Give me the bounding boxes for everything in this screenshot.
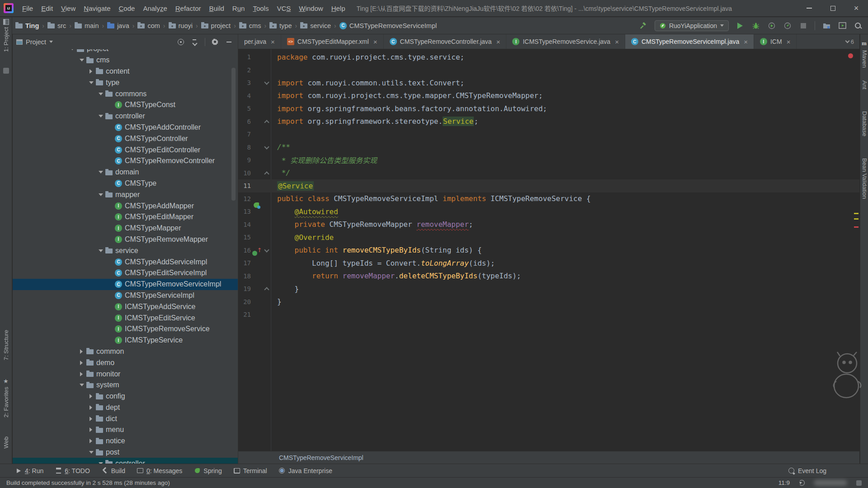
code-line[interactable]: 16↑ public int removeCMSTypeByIds(String… xyxy=(238,244,859,257)
menu-refactor[interactable]: Refactor xyxy=(171,5,205,12)
tab-close-icon[interactable]: × xyxy=(787,38,791,46)
menu-analyze[interactable]: Analyze xyxy=(139,5,171,12)
editor-tab-cmstyperemoveserviceimpl-java[interactable]: CCMSTypeRemoveServiceImpl.java× xyxy=(625,34,754,49)
implements-method-gutter-icon[interactable]: ↑ xyxy=(251,247,263,253)
maximize-button[interactable] xyxy=(821,0,844,16)
tree-item-domain[interactable]: domain xyxy=(13,167,238,178)
hide-panel-button[interactable] xyxy=(225,38,233,46)
code-line[interactable]: 13 @Autowired xyxy=(238,205,859,218)
tree-item-cmstyperemoveserviceimpl[interactable]: CCMSTypeRemoveServiceImpl xyxy=(13,279,238,290)
tree-expand-icon[interactable] xyxy=(77,381,86,389)
tree-collapse-icon[interactable] xyxy=(86,69,96,74)
editor-tab-icm[interactable]: IICM× xyxy=(754,34,797,49)
tree-item-menu[interactable]: menu xyxy=(13,424,238,436)
project-panel-title[interactable]: Project xyxy=(26,38,46,46)
tree-item-cmstypeeditcontroller[interactable]: CCMSTypeEditController xyxy=(13,144,238,155)
debug-button[interactable] xyxy=(751,21,760,30)
hidden-tabs-button[interactable]: 6 xyxy=(840,34,859,49)
open-recent-button[interactable] xyxy=(822,21,831,30)
breadcrumb-item-ting[interactable]: Ting xyxy=(15,22,39,29)
editor-breadcrumb-item[interactable]: CMSTypeRemoveServiceImpl xyxy=(279,454,363,461)
tool-window-button-6-todo[interactable]: 6: TODO xyxy=(55,467,90,474)
tree-item-cmstypeaddcontroller[interactable]: CCMSTypeAddController xyxy=(13,122,238,133)
breadcrumb-item-ruoyi[interactable]: ruoyi xyxy=(169,22,193,29)
tree-collapse-icon[interactable] xyxy=(77,361,86,365)
tree-collapse-icon[interactable] xyxy=(77,349,86,354)
tree-item-cmstypeconst[interactable]: ICMSTypeConst xyxy=(13,99,238,111)
run-anything-button[interactable] xyxy=(838,21,847,30)
settings-button[interactable] xyxy=(211,38,219,46)
tree-item-content[interactable]: content xyxy=(13,66,238,77)
caret-position[interactable]: 11:9 xyxy=(778,479,790,486)
locate-file-button[interactable] xyxy=(177,38,185,46)
run-configuration-select[interactable]: RuoYiApplication xyxy=(655,20,729,31)
tree-item-cmstypecontroller[interactable]: CCMSTypeController xyxy=(13,133,238,144)
tree-expand-icon[interactable] xyxy=(77,56,86,64)
inspections-profile-icon[interactable] xyxy=(856,480,862,486)
build-hammer-button[interactable] xyxy=(639,21,648,30)
breadcrumb-item-cms[interactable]: cms xyxy=(239,22,261,29)
code-line[interactable]: 2 xyxy=(238,64,859,77)
tree-item-dept[interactable]: dept xyxy=(13,402,238,413)
code-line[interactable]: 15 @Override xyxy=(238,231,859,244)
tree-expand-icon[interactable] xyxy=(96,90,105,98)
tool-stripe-square-icon[interactable] xyxy=(3,68,9,74)
tree-item-icmstypeeditservice[interactable]: IICMSTypeEditService xyxy=(13,312,238,324)
tree-collapse-icon[interactable] xyxy=(86,439,96,443)
tree-item-mapper[interactable]: mapper xyxy=(13,189,238,200)
collapse-all-button[interactable] xyxy=(191,38,199,46)
tree-item-cmstyperemovecontroller[interactable]: CCMSTypeRemoveController xyxy=(13,155,238,167)
tree-item-project[interactable]: project xyxy=(13,49,238,55)
fold-marker-icon[interactable] xyxy=(263,119,271,124)
breadcrumb-item-project[interactable]: project xyxy=(201,22,231,29)
warning-stripe-mark[interactable] xyxy=(854,213,859,214)
tree-item-monitor[interactable]: monitor xyxy=(13,368,238,380)
tool-window-button-spring[interactable]: Spring xyxy=(194,467,222,474)
tree-item-cmstyperemovemapper[interactable]: ICMSTypeRemoveMapper xyxy=(13,234,238,245)
run-with-coverage-button[interactable] xyxy=(767,21,776,30)
tool-window-button-build[interactable]: Build xyxy=(102,467,125,474)
code-line[interactable]: 9 * 实现删除公告类型服务实现 xyxy=(238,154,859,167)
tree-expand-icon[interactable] xyxy=(96,247,105,254)
editor-tab-cmstyperemovecontroller-java[interactable]: CCMSTypeRemoveController.java× xyxy=(384,34,507,49)
tree-collapse-icon[interactable] xyxy=(86,427,96,432)
tree-item-demo[interactable]: demo xyxy=(13,357,238,368)
breadcrumb-item-service[interactable]: service xyxy=(300,22,331,29)
breadcrumb-item-cmstyperemoveserviceimpl[interactable]: CCMSTypeRemoveServiceImpl xyxy=(340,22,437,29)
tree-expand-icon[interactable] xyxy=(96,113,105,120)
tool-button-favorites[interactable]: 2: Favorites xyxy=(3,387,9,418)
chevron-down-icon[interactable] xyxy=(49,41,53,45)
tree-expand-icon[interactable] xyxy=(86,449,96,456)
minimize-button[interactable] xyxy=(797,0,821,16)
code-line[interactable]: 19 } xyxy=(238,282,859,296)
tree-item-cmstypeaddserviceimpl[interactable]: CCMSTypeAddServiceImpl xyxy=(13,256,238,267)
tree-collapse-icon[interactable] xyxy=(86,417,96,421)
tree-scrollbar[interactable] xyxy=(231,68,236,201)
editor-tab-per-java[interactable]: per.java× xyxy=(238,34,281,49)
menu-vcs[interactable]: VCS xyxy=(273,5,295,12)
tool-button-bean-validation[interactable]: Bean Validation xyxy=(861,158,868,199)
tree-collapse-icon[interactable] xyxy=(86,394,96,399)
editor-tab-cmstypeeditmapper-xml[interactable]: <>CMSTypeEditMapper.xml× xyxy=(281,34,384,49)
tree-item-cmstypeserviceimpl[interactable]: CCMSTypeServiceImpl xyxy=(13,290,238,301)
inspection-error-indicator[interactable] xyxy=(848,53,853,58)
tree-item-icmstypeaddservice[interactable]: IICMSTypeAddService xyxy=(13,301,238,312)
tool-window-button-event-log[interactable]: Event Log xyxy=(788,467,826,474)
tree-item-type[interactable]: type xyxy=(13,77,238,88)
code-line[interactable]: 7 xyxy=(238,128,859,141)
tab-close-icon[interactable]: × xyxy=(496,38,500,46)
code-line[interactable]: 1package com.ruoyi.project.cms.type.serv… xyxy=(238,51,859,64)
breadcrumb-item-main[interactable]: main xyxy=(75,22,99,29)
tree-expand-icon[interactable] xyxy=(96,191,105,198)
tool-button-web[interactable]: Web xyxy=(3,436,9,449)
tool-window-button-0-messages[interactable]: 0: Messages xyxy=(137,467,182,474)
tree-item-cmstypeeditmapper[interactable]: ICMSTypeEditMapper xyxy=(13,211,238,223)
code-line[interactable]: 14 private CMSTypeRemoveMapper removeMap… xyxy=(238,218,859,231)
menu-build[interactable]: Build xyxy=(205,5,228,12)
search-everywhere-button[interactable] xyxy=(854,21,863,30)
code-line[interactable]: 11@Service xyxy=(238,179,859,192)
tree-item-dict[interactable]: dict xyxy=(13,413,238,424)
code-line[interactable]: 18 return removeMapper.deleteCMSTypeById… xyxy=(238,270,859,283)
close-button[interactable]: × xyxy=(844,0,868,16)
tree-item-controller[interactable]: controller xyxy=(13,111,238,122)
